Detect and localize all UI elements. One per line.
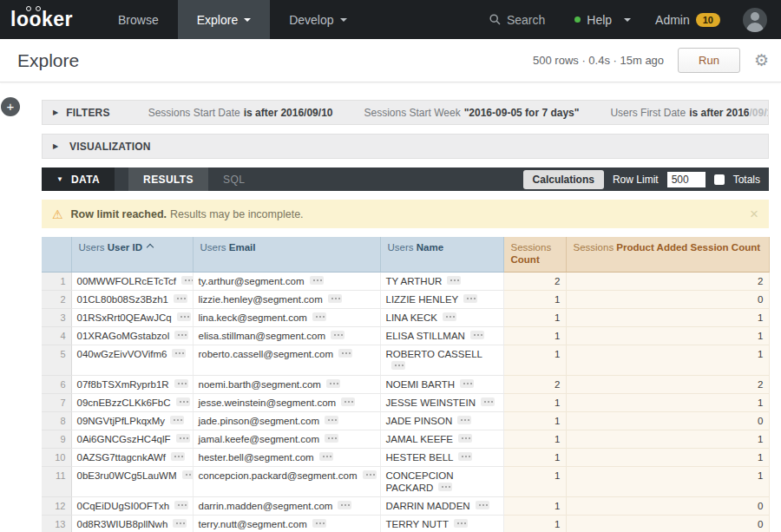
cell-count[interactable]: 1 <box>503 466 566 496</box>
cell-user-id[interactable]: 0Ai6GNCGszHC4qlF <box>71 430 193 448</box>
cell-name[interactable]: LINA KECK <box>380 308 503 326</box>
cell-product-added-session-count[interactable]: 1 <box>566 345 769 375</box>
cell-user-id[interactable]: 01XRAGoMGstabzol <box>71 326 193 345</box>
tab-sql[interactable]: SQL <box>208 167 259 191</box>
cell-product-added-session-count[interactable]: 1 <box>566 326 769 345</box>
cell-email[interactable]: elisa.stillman@segment.com <box>193 326 380 345</box>
cell-product-added-session-count[interactable]: 1 <box>566 308 769 326</box>
cell-menu-icon[interactable] <box>310 276 324 285</box>
cell-name[interactable]: HESTER BELL <box>380 448 503 466</box>
cell-product-added-session-count[interactable]: 0 <box>566 411 769 430</box>
close-icon[interactable]: × <box>750 207 758 221</box>
filter-item[interactable]: Sessions Start Dateis after 2016/09/10 <box>148 107 333 119</box>
cell-count[interactable]: 1 <box>503 308 566 326</box>
visualization-section[interactable]: ▶ VISUALIZATION <box>42 134 769 159</box>
cell-user-id[interactable]: 01RSxRrt0QEAwJCq <box>71 308 193 326</box>
cell-menu-icon[interactable] <box>326 379 340 388</box>
cell-user-id[interactable]: 09cnEBzzCLKk6FbC <box>71 393 193 411</box>
cell-menu-icon[interactable] <box>319 452 333 461</box>
cell-email[interactable]: jesse.weinstein@segment.com <box>193 393 380 411</box>
cell-email[interactable]: lina.keck@segment.com <box>193 308 380 326</box>
data-section-header[interactable]: ▼ DATA <box>42 167 115 191</box>
cell-count[interactable]: 2 <box>503 375 566 393</box>
cell-menu-icon[interactable] <box>173 519 187 528</box>
cell-name[interactable]: ROBERTO CASSELL <box>380 345 503 375</box>
add-field-button[interactable]: + <box>1 97 20 116</box>
cell-name[interactable]: TERRY NUTT <box>380 515 503 532</box>
cell-menu-icon[interactable] <box>181 276 193 285</box>
cell-menu-icon[interactable] <box>447 276 461 285</box>
cell-menu-icon[interactable] <box>463 294 477 303</box>
cell-menu-icon[interactable] <box>457 416 471 424</box>
cell-menu-icon[interactable] <box>458 434 472 443</box>
cell-product-added-session-count[interactable]: 2 <box>566 272 769 290</box>
filter-item[interactable]: Users First Dateis after 2016/09/10 <box>610 107 769 119</box>
cell-menu-icon[interactable] <box>476 501 489 509</box>
cell-count[interactable]: 2 <box>503 272 566 290</box>
cell-menu-icon[interactable] <box>481 397 495 406</box>
cell-count[interactable]: 1 <box>503 326 566 345</box>
cell-menu-icon[interactable] <box>460 379 474 388</box>
column-header-product-added-session-count[interactable]: Sessions Product Added Session Count <box>566 237 769 272</box>
gear-icon[interactable]: ⚙ <box>754 52 769 69</box>
cell-menu-icon[interactable] <box>182 470 193 479</box>
cell-menu-icon[interactable] <box>454 519 468 528</box>
cell-product-added-session-count[interactable]: 0 <box>566 496 769 515</box>
filter-item[interactable]: Sessions Start Week"2016-09-05 for 7 day… <box>364 107 579 119</box>
row-limit-input[interactable] <box>667 172 706 187</box>
cell-product-added-session-count[interactable]: 0 <box>566 515 769 532</box>
cell-menu-icon[interactable] <box>177 312 191 321</box>
cell-name[interactable]: ELISA STILLMAN <box>380 326 503 345</box>
cell-menu-icon[interactable] <box>325 416 338 424</box>
cell-user-id[interactable]: 0bE3ru0WCg5LauWM <box>71 466 193 496</box>
cell-name[interactable]: JAMAL KEEFE <box>380 430 503 448</box>
cell-email[interactable]: darrin.madden@segment.com <box>193 496 380 515</box>
cell-user-id[interactable]: 01CL80b08Sz3Bzh1 <box>71 290 193 308</box>
cell-product-added-session-count[interactable]: 2 <box>566 375 769 393</box>
cell-user-id[interactable]: 040wGzEivVOVifm6 <box>71 345 193 375</box>
cell-menu-icon[interactable] <box>176 434 190 443</box>
cell-menu-icon[interactable] <box>331 331 345 339</box>
cell-email[interactable]: roberto.cassell@segment.com <box>193 345 380 375</box>
cell-menu-icon[interactable] <box>312 312 326 321</box>
user-avatar[interactable] <box>743 8 767 32</box>
nav-item-develop[interactable]: Develop <box>270 0 365 39</box>
cell-name[interactable]: LIZZIE HENLEY <box>380 290 503 308</box>
cell-name[interactable]: JADE PINSON <box>380 411 503 430</box>
cell-menu-icon[interactable] <box>174 331 188 339</box>
cell-name[interactable]: DARRIN MADDEN <box>380 496 503 515</box>
cell-user-id[interactable]: 00MWWFOLRcETcTcf <box>71 272 193 290</box>
cell-menu-icon[interactable] <box>341 397 355 406</box>
filters-section[interactable]: ▶ FILTERS Sessions Start Dateis after 20… <box>42 100 769 125</box>
cell-menu-icon[interactable] <box>458 452 472 461</box>
cell-email[interactable]: lizzie.henley@segment.com <box>193 290 380 308</box>
cell-email[interactable]: ty.arthur@segment.com <box>193 272 380 290</box>
cell-email[interactable]: jade.pinson@segment.com <box>193 411 380 430</box>
cell-count[interactable]: 1 <box>503 411 566 430</box>
cell-menu-icon[interactable] <box>443 312 456 321</box>
cell-email[interactable]: noemi.barth@segment.com <box>193 375 380 393</box>
column-header-email[interactable]: Users Email <box>193 237 380 272</box>
looker-logo[interactable]: looker <box>0 0 99 39</box>
cell-menu-icon[interactable] <box>174 294 187 303</box>
cell-user-id[interactable]: 09NGVtjPfLPkqxMy <box>71 411 193 430</box>
section-collapsed-caret-icon[interactable]: ▶ <box>53 108 58 116</box>
cell-menu-icon[interactable] <box>174 379 188 388</box>
cell-menu-icon[interactable] <box>312 519 326 528</box>
calculations-button[interactable]: Calculations <box>523 170 604 189</box>
cell-user-id[interactable]: 0CqEiDUgSI0OFTxh <box>71 496 193 515</box>
cell-product-added-session-count[interactable]: 1 <box>566 393 769 411</box>
nav-item-explore[interactable]: Explore <box>178 0 270 39</box>
column-header-user-id[interactable]: Users User ID <box>71 237 193 272</box>
section-expanded-caret-icon[interactable]: ▼ <box>56 175 63 183</box>
cell-menu-icon[interactable] <box>338 501 351 509</box>
cell-user-id[interactable]: 0d8R3WIUB8pllNwh <box>71 515 193 532</box>
cell-name[interactable]: NOEMI BARTH <box>380 375 503 393</box>
cell-menu-icon[interactable] <box>363 470 377 479</box>
cell-count[interactable]: 1 <box>503 430 566 448</box>
cell-menu-icon[interactable] <box>174 501 188 509</box>
cell-menu-icon[interactable] <box>171 452 185 461</box>
cell-user-id[interactable]: 0AZSG7ttagcnkAWf <box>71 448 193 466</box>
tab-results[interactable]: RESULTS <box>128 167 208 191</box>
totals-checkbox[interactable] <box>714 174 725 185</box>
